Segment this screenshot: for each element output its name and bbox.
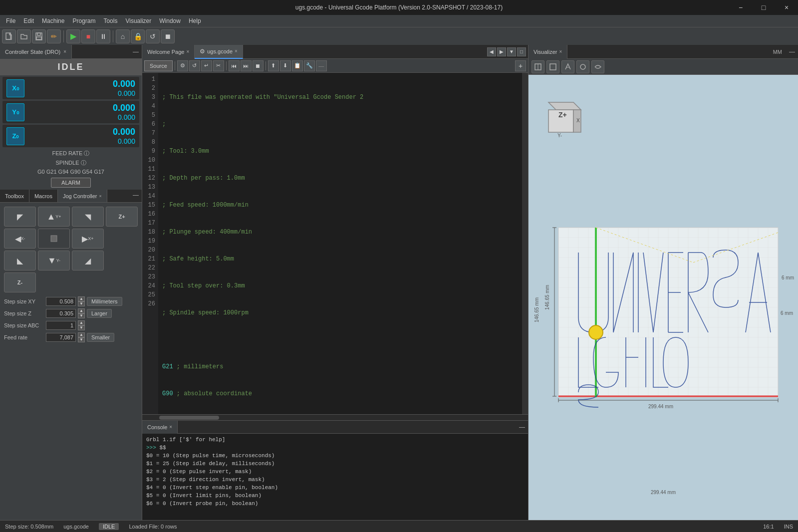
source-btn-9[interactable]: ⬇ bbox=[280, 60, 291, 71]
jog-minimize-icon[interactable]: — bbox=[130, 190, 142, 202]
feed-rate-input[interactable] bbox=[46, 333, 76, 342]
toolbar-home[interactable]: ⌂ bbox=[116, 29, 130, 43]
step-abc-input[interactable] bbox=[46, 321, 76, 330]
close-button[interactable]: × bbox=[775, 0, 798, 15]
tab-jog[interactable]: Jog Controller × bbox=[58, 190, 107, 202]
minimize-button[interactable]: − bbox=[729, 0, 752, 15]
jog-y-plus[interactable]: ▲Y+ bbox=[38, 207, 70, 227]
jog-x-minus[interactable]: ◀X- bbox=[4, 229, 36, 249]
jog-diag-br[interactable]: ◢ bbox=[72, 251, 104, 270]
toolbar-reset[interactable]: ↺ bbox=[146, 29, 160, 43]
editor-scrollbar[interactable] bbox=[522, 73, 528, 414]
nav-left-button[interactable]: ◀ bbox=[487, 47, 496, 56]
viz-btn-1[interactable] bbox=[532, 60, 544, 73]
tab-welcome[interactable]: Welcome Page × bbox=[142, 45, 195, 59]
source-cut-icon[interactable]: ✂ bbox=[213, 60, 224, 71]
source-sep-1 bbox=[175, 61, 175, 70]
toolbar-edit[interactable]: ✏ bbox=[47, 29, 61, 43]
toolbar-stop[interactable]: ■ bbox=[81, 29, 95, 43]
smaller-button[interactable]: Smaller bbox=[87, 333, 114, 342]
tab-ugs-close[interactable]: × bbox=[235, 48, 238, 54]
menu-file[interactable]: File bbox=[2, 15, 19, 26]
nav-down-button[interactable]: ▼ bbox=[507, 47, 516, 56]
jog-z-plus[interactable]: Z+ bbox=[106, 207, 138, 227]
code-content[interactable]: ; This file was generated with "Universa… bbox=[158, 73, 522, 414]
jog-diag-tl[interactable]: ◤ bbox=[4, 207, 36, 227]
tab-toolbox[interactable]: Toolbox bbox=[0, 190, 29, 202]
menu-help[interactable]: Help bbox=[185, 15, 205, 26]
viz-tab[interactable]: Visualizer × bbox=[529, 45, 567, 59]
dro-z-label[interactable]: Z₀ bbox=[6, 127, 24, 145]
toolbar-lock[interactable]: 🔒 bbox=[131, 29, 145, 43]
h-scrollbar[interactable] bbox=[142, 414, 528, 420]
nav-right-button[interactable]: ▶ bbox=[497, 47, 506, 56]
code-line-2: ; bbox=[162, 120, 518, 129]
toolbar-save[interactable] bbox=[32, 29, 46, 43]
source-btn-6[interactable]: ⏭ bbox=[241, 60, 252, 71]
step-z-input[interactable] bbox=[46, 309, 76, 318]
toolbar-estop[interactable]: ⏹ bbox=[161, 29, 175, 43]
dro-x-label[interactable]: X₀ bbox=[6, 79, 24, 97]
step-xy-input[interactable] bbox=[46, 297, 76, 306]
source-refresh-icon[interactable]: ↺ bbox=[189, 60, 200, 71]
menu-window[interactable]: Window bbox=[155, 15, 185, 26]
dro-tab[interactable]: Controller State (DRO) × bbox=[0, 45, 72, 59]
console-minimize[interactable]: — bbox=[516, 422, 528, 433]
source-btn-11[interactable]: 🔧 bbox=[304, 60, 315, 71]
viz-btn-2[interactable] bbox=[546, 60, 559, 73]
jog-center[interactable] bbox=[38, 229, 70, 249]
step-xy-down[interactable]: ▼ bbox=[78, 301, 85, 306]
jog-diag-tr[interactable]: ◥ bbox=[72, 207, 104, 227]
jog-diag-bl[interactable]: ◣ bbox=[4, 251, 36, 270]
dro-close-icon[interactable]: × bbox=[63, 49, 66, 54]
step-abc-down[interactable]: ▼ bbox=[78, 325, 85, 330]
source-step-icon[interactable]: ↵ bbox=[201, 60, 212, 71]
source-tab-button[interactable]: Source bbox=[144, 60, 173, 71]
source-add-button[interactable]: + bbox=[515, 60, 526, 71]
menu-edit[interactable]: Edit bbox=[19, 15, 38, 26]
viz-btn-4[interactable] bbox=[576, 60, 589, 73]
source-btn-5[interactable]: ⏮ bbox=[229, 60, 240, 71]
viz-minimize[interactable]: — bbox=[786, 46, 798, 57]
menu-machine[interactable]: Machine bbox=[38, 15, 68, 26]
menu-program[interactable]: Program bbox=[68, 15, 99, 26]
tab-macros[interactable]: Macros bbox=[29, 190, 58, 202]
jog-close-icon[interactable]: × bbox=[99, 194, 101, 199]
dro-minimize-icon[interactable]: — bbox=[130, 46, 142, 57]
step-xy-up[interactable]: ▲ bbox=[78, 296, 85, 301]
step-z-up[interactable]: ▲ bbox=[78, 308, 85, 313]
toolbar-play[interactable]: ▶ bbox=[66, 29, 80, 43]
step-abc-up[interactable]: ▲ bbox=[78, 320, 85, 325]
feed-rate-down[interactable]: ▼ bbox=[78, 337, 85, 342]
source-btn-12[interactable]: — bbox=[316, 60, 327, 71]
toolbar-new[interactable] bbox=[2, 29, 16, 43]
feed-rate-up[interactable]: ▲ bbox=[78, 332, 85, 337]
jog-y-minus[interactable]: ▼Y- bbox=[38, 251, 70, 270]
jog-x-plus[interactable]: ▶X+ bbox=[72, 229, 104, 249]
menu-tools[interactable]: Tools bbox=[99, 15, 121, 26]
source-btn-7[interactable]: ⏹ bbox=[253, 60, 264, 71]
source-btn-10[interactable]: 📋 bbox=[292, 60, 303, 71]
console-tab[interactable]: Console × bbox=[142, 421, 178, 434]
unit-mm-button[interactable]: Millimeters bbox=[87, 297, 122, 306]
viz-btn-5[interactable] bbox=[591, 60, 604, 73]
nav-maximize-button[interactable]: □ bbox=[517, 47, 526, 56]
source-settings-icon[interactable]: ⚙ bbox=[177, 60, 188, 71]
console-content[interactable]: Grbl 1.1f ['$' for help] >>> $$ $0 = 10 … bbox=[142, 434, 528, 520]
console-close[interactable]: × bbox=[169, 424, 172, 430]
tab-ugs-gcode[interactable]: ⚙ ugs.gcode × bbox=[195, 45, 243, 59]
ln-20: 20 bbox=[142, 246, 155, 255]
viz-close[interactable]: × bbox=[559, 49, 562, 54]
dro-y-label[interactable]: Y₀ bbox=[6, 103, 24, 121]
toolbar-pause[interactable]: ⏸ bbox=[96, 29, 110, 43]
alarm-button[interactable]: ALARM bbox=[51, 178, 91, 188]
source-btn-8[interactable]: ⬆ bbox=[268, 60, 279, 71]
menu-visualizer[interactable]: Visualizer bbox=[121, 15, 155, 26]
larger-button[interactable]: Larger bbox=[87, 309, 112, 318]
step-z-down[interactable]: ▼ bbox=[78, 313, 85, 318]
toolbar-open[interactable] bbox=[17, 29, 31, 43]
maximize-button[interactable]: □ bbox=[752, 0, 775, 15]
tab-welcome-close[interactable]: × bbox=[186, 49, 189, 54]
viz-btn-3[interactable] bbox=[561, 60, 574, 73]
jog-z-minus[interactable]: Z- bbox=[4, 272, 36, 292]
